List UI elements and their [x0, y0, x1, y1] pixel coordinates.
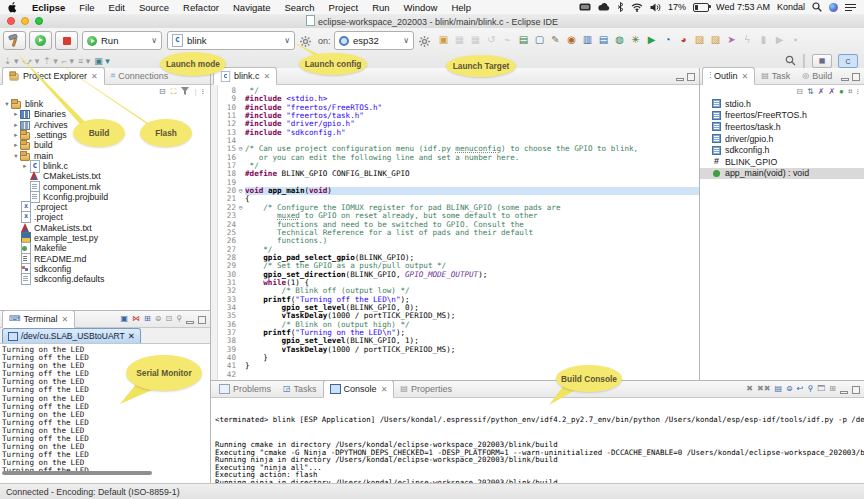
open-folder-icon[interactable]: ▨ [693, 33, 706, 46]
hide-non-public-icon[interactable]: ● [839, 87, 844, 96]
skip-breakpoints-icon[interactable]: ϟ [741, 33, 754, 46]
menu-item-edit[interactable]: Edit [102, 2, 132, 13]
tree-item--cproject[interactable]: .cproject [0, 202, 210, 212]
drop-frame-icon[interactable]: ⌐ ▾ [62, 56, 74, 66]
code-line-40[interactable]: 40 } [218, 354, 699, 362]
collapse-all-icon[interactable]: ⊟ [796, 87, 803, 96]
maximize-panel-button[interactable] [198, 316, 206, 324]
tab-task[interactable]: ▤ Task [755, 68, 796, 84]
open-terminal-icon[interactable]: ▣ [120, 314, 128, 324]
tree-expand-arrow-icon[interactable]: ▸ [12, 110, 20, 118]
tree-item-cmakelists-txt[interactable]: CMakeLists.txt [0, 223, 210, 233]
fold-marker-icon[interactable]: ⊖ [236, 145, 245, 153]
menu-item-run[interactable]: Run [365, 2, 396, 13]
launch-config-dropdown[interactable]: c blink ∨ [167, 31, 295, 50]
code-line-16[interactable]: 16 or you can edit the following line an… [218, 154, 699, 162]
open-folder-2-icon[interactable]: ▨ [709, 33, 722, 46]
terminal-hscrollbar[interactable] [2, 471, 152, 475]
close-icon[interactable]: ✕ [62, 315, 69, 324]
view-menu-icon[interactable]: ⁝ [856, 87, 859, 96]
tab-outline[interactable]: ⫶ Outlin✕ [702, 67, 755, 85]
go-globe-icon[interactable]: ◍ [613, 33, 626, 46]
tab-properties[interactable]: ▤ Properties [394, 381, 458, 397]
pin-terminal-icon[interactable]: ⚲ [176, 314, 182, 324]
build-variants-icon[interactable]: ⌁ [501, 33, 514, 46]
menu-item-window[interactable]: Window [397, 2, 445, 13]
display-selected-console-icon[interactable]: 🗔 [817, 384, 825, 394]
code-line-26[interactable]: 26 functions.) [218, 237, 699, 245]
launch-target-dropdown[interactable]: esp32 ∨ [334, 31, 414, 50]
maximize-panel-button[interactable] [852, 386, 860, 394]
tree-item-sdkconfig[interactable]: sdkconfig [0, 264, 210, 274]
menu-item-search[interactable]: Search [277, 2, 321, 13]
minimize-panel-button[interactable] [840, 391, 848, 394]
maximize-panel-button[interactable] [852, 73, 860, 81]
disconnect-pencil-icon[interactable]: ✎ [549, 33, 562, 46]
code-line-41[interactable]: 41} [218, 362, 699, 370]
tab-console[interactable]: Console✕ [323, 380, 395, 398]
control-center-icon[interactable] [845, 2, 856, 12]
cpp-perspective-button[interactable]: C [838, 54, 858, 68]
tree-expand-arrow-icon[interactable]: ▸ [12, 121, 20, 129]
new-terminal-view-icon[interactable]: ⊞ [144, 314, 151, 324]
minimize-panel-button[interactable] [676, 78, 684, 81]
terminate-icon[interactable]: ▪ [789, 33, 802, 46]
scroll-lock-icon[interactable]: ⊜ [786, 384, 793, 394]
scroll-lock-icon[interactable]: ⊜ [155, 314, 162, 324]
minimize-panel-button[interactable] [841, 78, 849, 81]
code-line-39[interactable]: 39 vTaskDelay(1000 / portTICK_PERIOD_MS)… [218, 346, 699, 354]
build-hammer-button[interactable] [3, 31, 26, 50]
stop-button[interactable] [55, 31, 78, 50]
code-lines[interactable]: 8 */9#include <stdio.h>10#include "freer… [218, 85, 699, 380]
run-button[interactable] [29, 31, 52, 50]
step-return-icon[interactable]: ⇡ ▾ [43, 56, 58, 66]
hide-static-icon[interactable]: ✗ [828, 87, 835, 96]
filter-funnel-icon[interactable] [181, 87, 189, 97]
run-app-icon[interactable]: ▶ [645, 33, 658, 46]
code-line-20[interactable]: 20⊖void app_main(void) [218, 187, 699, 195]
tree-expand-arrow-icon[interactable]: ▸ [12, 131, 20, 139]
save-icon[interactable]: ▦ [453, 33, 466, 46]
word-wrap-icon[interactable]: ↩ [797, 384, 804, 394]
tree-expand-arrow-icon[interactable]: ▸ [12, 141, 20, 149]
menu-item-file[interactable]: File [72, 2, 101, 13]
cloud-icon[interactable] [598, 2, 610, 12]
menubar-clock[interactable]: Wed 7:53 AM [716, 2, 770, 12]
profile-icon[interactable]: ◕ [677, 33, 690, 46]
screenshot-icon[interactable]: ◉ [565, 33, 578, 46]
bluetooth-icon[interactable] [617, 2, 624, 12]
tree-item-readme-md[interactable]: README.md [0, 253, 210, 263]
tree-expand-arrow-icon[interactable]: ▾ [12, 152, 20, 160]
apple-menu-icon[interactable] [0, 2, 17, 12]
collapse-all-icon[interactable]: ⊟ [159, 87, 166, 96]
coverage-icon[interactable]: ◔ [661, 33, 674, 46]
minimize-panel-button[interactable] [186, 321, 194, 324]
fold-marker-icon[interactable]: ⊖ [236, 187, 245, 195]
tab-blink-c[interactable]: c blink.c✕ [213, 67, 277, 85]
tab-build[interactable]: ◎ Build [796, 68, 838, 84]
code-line-18[interactable]: 18#define BLINK_GPIO CONFIG_BLINK_GPIO [218, 170, 699, 178]
spotlight-search-icon[interactable] [812, 2, 822, 12]
code-line-13[interactable]: 13#include "sdkconfig.h" [218, 129, 699, 137]
view-menu-icon[interactable]: ⁝ [201, 87, 204, 96]
fold-marker-icon[interactable]: ⊖ [236, 204, 245, 212]
pin-console-icon[interactable]: ⚲ [807, 384, 813, 394]
tab-connections[interactable]: ⌗ Connections [105, 68, 175, 84]
close-icon[interactable]: ✕ [264, 72, 271, 81]
code-area[interactable]: 8 */9#include <stdio.h>10#include "freer… [211, 85, 699, 380]
menu-item-refactor[interactable]: Refactor [176, 2, 226, 13]
tree-item--project[interactable]: .project [0, 212, 210, 222]
tab-project-explorer[interactable]: Project Explorer✕ [2, 67, 105, 85]
connect-icon[interactable]: ⋈ [132, 314, 140, 324]
remove-launch-icon[interactable]: ✖✖ [757, 384, 770, 394]
outline-item-blink-gpio[interactable]: #BLINK_GPIO [700, 156, 864, 168]
tree-item-binaries[interactable]: ▸Binaries [0, 109, 210, 119]
launch-rocket-icon[interactable]: ➤ [725, 33, 738, 46]
menu-item-help[interactable]: Help [444, 2, 478, 13]
code-line-42[interactable]: 42 [218, 371, 699, 379]
sort-icon[interactable]: ⇅ [807, 87, 814, 96]
clear-console-icon[interactable]: ▤ [774, 384, 782, 394]
export-spreadsheet-icon[interactable]: ▤ [517, 33, 530, 46]
outline-item-driver-gpio-h[interactable]: driver/gpio.h [700, 133, 864, 145]
tab-tasks[interactable]: ◲ Tasks [277, 381, 323, 397]
